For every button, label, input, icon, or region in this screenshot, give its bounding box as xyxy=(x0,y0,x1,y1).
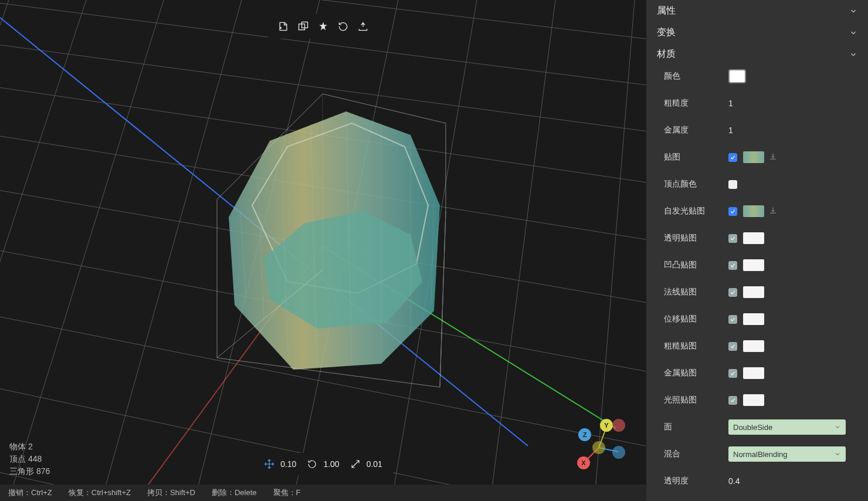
prop-roughness: 粗糙度 1 xyxy=(664,96,857,111)
normal-checkbox[interactable] xyxy=(728,288,737,297)
metalness-map-checkbox[interactable] xyxy=(728,369,737,378)
viewport-3d[interactable]: 0.10 1.00 0.01 物体 2 顶点 448 三角形 876 xyxy=(0,0,646,501)
prop-blending: 混合 NormalBlending xyxy=(664,446,857,462)
export-button[interactable] xyxy=(357,20,369,33)
svg-line-11 xyxy=(0,0,29,501)
move-icon xyxy=(264,459,274,469)
section-transform[interactable]: 变换 xyxy=(646,22,868,43)
orientation-gizmo[interactable]: X Y Z xyxy=(572,415,625,468)
map-checkbox[interactable] xyxy=(728,153,737,162)
metalness-value[interactable]: 1 xyxy=(728,126,733,135)
tool-button-1[interactable] xyxy=(277,20,290,33)
move-step-value: 0.10 xyxy=(280,459,296,469)
alpha-thumbnail[interactable] xyxy=(743,232,764,244)
chevron-down-icon xyxy=(849,50,857,59)
svg-line-33 xyxy=(440,211,446,387)
properties-sidebar: 属性 变换 材质 颜色 粗糙度 1 金属度 1 贴图 xyxy=(646,0,868,501)
chevron-down-icon xyxy=(849,29,857,37)
color-swatch[interactable] xyxy=(728,69,746,83)
metalness-map-thumbnail[interactable] xyxy=(743,367,764,379)
prop-metalness-map: 金属贴图 xyxy=(664,365,857,381)
tool-button-3[interactable] xyxy=(317,20,330,33)
move-step-group[interactable]: 0.10 xyxy=(264,459,296,469)
download-icon[interactable] xyxy=(769,207,777,216)
shortcuts-bar: 撤销：Ctrl+Z 恢复：Ctrl+shift+Z 拷贝：Shift+D 删除：… xyxy=(0,485,646,501)
chevron-down-icon xyxy=(834,451,841,458)
gizmo-z[interactable]: Z xyxy=(578,428,591,441)
top-toolbar xyxy=(266,14,380,39)
svg-line-13 xyxy=(0,0,182,501)
rotate-icon xyxy=(307,459,317,469)
material-panel: 颜色 粗糙度 1 金属度 1 贴图 顶点颜色 自发光贴图 xyxy=(646,65,868,496)
alpha-checkbox[interactable] xyxy=(728,234,737,243)
gizmo-neg-z[interactable] xyxy=(612,446,625,459)
prop-displacement-map: 位移贴图 xyxy=(664,312,857,327)
light-map-checkbox[interactable] xyxy=(728,396,737,405)
shortcut-focus: 聚焦：F xyxy=(273,488,301,498)
vertex-color-checkbox[interactable] xyxy=(728,180,737,189)
prop-light-map: 光照贴图 xyxy=(664,392,857,408)
bottom-transform-toolbar: 0.10 1.00 0.01 xyxy=(252,453,394,475)
shortcut-copy: 拷贝：Shift+D xyxy=(147,488,195,498)
opacity-value[interactable]: 0.4 xyxy=(728,476,740,486)
prop-side: 面 DoubleSide xyxy=(664,419,857,435)
prop-emissive-map: 自发光贴图 xyxy=(664,204,857,219)
prop-roughness-map: 粗糙贴图 xyxy=(664,338,857,354)
gizmo-y[interactable]: Y xyxy=(600,419,613,432)
gizmo-neg-x[interactable] xyxy=(612,419,625,432)
rotate-step-group[interactable]: 1.00 xyxy=(307,459,339,469)
bump-thumbnail[interactable] xyxy=(743,259,764,271)
map-thumbnail[interactable] xyxy=(743,151,764,163)
displacement-thumbnail[interactable] xyxy=(743,313,764,325)
prop-map: 贴图 xyxy=(664,150,857,165)
tool-button-4[interactable] xyxy=(337,20,350,33)
scale-step-group[interactable]: 0.01 xyxy=(350,459,382,469)
roughness-map-thumbnail[interactable] xyxy=(743,340,764,352)
shortcut-undo: 撤销：Ctrl+Z xyxy=(8,488,52,498)
prop-color: 颜色 xyxy=(664,69,857,84)
light-map-thumbnail[interactable] xyxy=(743,394,764,406)
side-dropdown[interactable]: DoubleSide xyxy=(728,419,846,435)
gizmo-neg-y[interactable] xyxy=(592,441,605,454)
stat-triangles: 三角形 876 xyxy=(9,465,50,478)
stat-objects: 物体 2 xyxy=(9,441,50,453)
blending-dropdown[interactable]: NormalBlending xyxy=(728,446,846,462)
prop-metalness: 金属度 1 xyxy=(664,123,857,138)
prop-bump-map: 凹凸贴图 xyxy=(664,258,857,273)
emissive-thumbnail[interactable] xyxy=(743,205,764,217)
chevron-down-icon xyxy=(834,424,841,431)
scale-step-value: 0.01 xyxy=(367,459,382,469)
shortcut-delete: 删除：Delete xyxy=(212,488,257,498)
download-icon[interactable] xyxy=(769,153,777,163)
svg-line-18 xyxy=(487,0,563,501)
section-attributes-title: 属性 xyxy=(657,5,676,17)
prop-alpha-map: 透明贴图 xyxy=(664,231,857,246)
section-attributes[interactable]: 属性 xyxy=(646,0,868,22)
prop-opacity: 透明度 0.4 xyxy=(664,473,857,489)
prop-normal-map: 法线贴图 xyxy=(664,285,857,300)
scale-icon xyxy=(350,459,361,469)
gizmo-x[interactable]: X xyxy=(577,456,590,469)
section-material[interactable]: 材质 xyxy=(646,43,868,65)
displacement-checkbox[interactable] xyxy=(728,315,737,324)
tool-button-2[interactable] xyxy=(297,20,310,33)
svg-line-12 xyxy=(0,0,106,501)
stat-vertices: 顶点 448 xyxy=(9,453,50,465)
rotate-step-value: 1.00 xyxy=(323,459,339,469)
section-material-title: 材质 xyxy=(657,48,676,60)
svg-line-10 xyxy=(0,0,646,12)
normal-thumbnail[interactable] xyxy=(743,286,764,298)
bump-checkbox[interactable] xyxy=(728,261,737,270)
chevron-down-icon xyxy=(849,7,857,15)
emissive-checkbox[interactable] xyxy=(728,207,737,216)
mesh-object[interactable] xyxy=(205,88,452,393)
roughness-value[interactable]: 1 xyxy=(728,99,733,108)
roughness-map-checkbox[interactable] xyxy=(728,342,737,351)
prop-vertex-color: 顶点颜色 xyxy=(664,177,857,192)
section-transform-title: 变换 xyxy=(657,26,676,39)
shortcut-redo: 恢复：Ctrl+shift+Z xyxy=(69,488,131,498)
scene-stats: 物体 2 顶点 448 三角形 876 xyxy=(9,441,50,478)
